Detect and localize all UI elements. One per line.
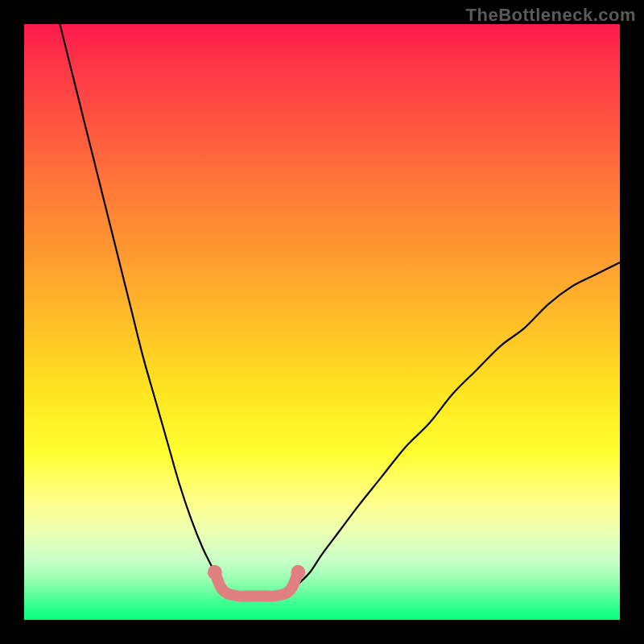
watermark-text: TheBottleneck.com (466, 5, 636, 26)
heat-gradient-background (24, 24, 620, 620)
chart-frame: TheBottleneck.com (0, 0, 644, 644)
plot-area (24, 24, 620, 620)
